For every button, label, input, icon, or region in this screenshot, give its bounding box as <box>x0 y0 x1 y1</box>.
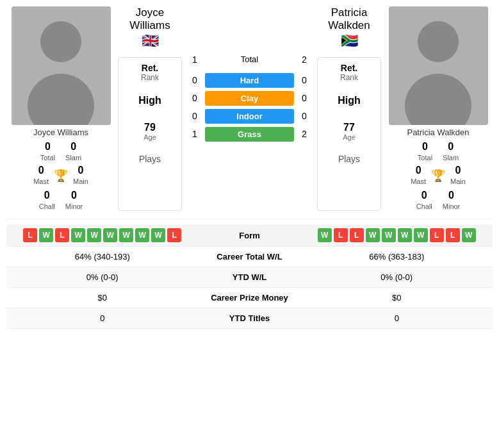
left-flag: 🇬🇧 <box>118 33 182 49</box>
left-player-photo <box>12 6 111 125</box>
left-chall-stat: 0 Chall <box>39 190 55 211</box>
right-stats-box: Ret. Rank High 77 Age Plays <box>317 57 381 211</box>
right-player-card: Patricia Walkden 0 Total 0 Slam 0 Mast 🏆 <box>384 6 493 211</box>
left-form-badges: LWLWWWWWWL <box>13 228 192 242</box>
form-badge: W <box>462 228 476 242</box>
right-stats-row1: 0 Total 0 Slam <box>418 141 459 162</box>
svg-point-1 <box>40 21 81 62</box>
form-section: LWLWWWWWWL Form WLLWWWWLLW 64% (340-193)… <box>6 219 493 329</box>
left-ret-label: Ret. <box>142 63 158 73</box>
stat-left-value: $0 <box>13 293 192 303</box>
right-flag: 🇿🇦 <box>317 33 381 49</box>
form-badge: W <box>414 228 428 242</box>
form-badge: W <box>103 228 117 242</box>
right-slam-stat: 0 Slam <box>443 141 459 162</box>
clay-badge: Clay <box>205 91 294 106</box>
middle-panel: Joyce Williams 🇬🇧 Patricia Walkden 🇿🇦 Re… <box>115 6 384 211</box>
form-badge: W <box>71 228 85 242</box>
grass-badge: Grass <box>205 127 294 142</box>
right-ret-label: Ret. <box>341 63 357 73</box>
form-badge: W <box>151 228 165 242</box>
form-badge: W <box>398 228 412 242</box>
left-rank-sub: Rank <box>141 73 159 82</box>
surface-row-indoor: 0 Indoor 0 <box>187 109 312 124</box>
right-total-stat: 0 Total <box>418 141 432 162</box>
stats-rows: 64% (340-193)Career Total W/L66% (363-18… <box>6 247 493 329</box>
right-trophy-icon: 🏆 <box>431 169 445 183</box>
left-high-label: High <box>138 95 161 106</box>
surface-row-grass: 1 Grass 2 <box>187 127 312 142</box>
form-badge: W <box>366 228 380 242</box>
surface-row-clay: 0 Clay 0 <box>187 91 312 106</box>
stats-row: 0YTD Titles0 <box>6 308 493 329</box>
left-main-stat: 0 Main <box>73 165 88 186</box>
form-badge: L <box>55 228 69 242</box>
form-label: Form <box>192 231 307 240</box>
left-age-value: 79 <box>144 122 156 133</box>
right-plays-label: Plays <box>338 154 360 164</box>
stats-row: 0% (0-0)YTD W/L0% (0-0) <box>6 267 493 288</box>
surface-table: 1 Total 2 0 Hard 0 0 Clay 0 <box>184 52 315 211</box>
main-container: Joyce Williams 0 Total 0 Slam 0 Mast 🏆 <box>0 0 499 335</box>
left-mast-stat: 0 Mast <box>33 165 49 186</box>
center-content: Ret. Rank High 79 Age Plays 1 Total 2 <box>115 52 384 211</box>
right-player-photo <box>389 6 488 125</box>
stat-center-label: Career Total W/L <box>192 252 307 261</box>
right-player-name: Patricia Walkden <box>407 128 469 137</box>
form-badge: W <box>382 228 396 242</box>
svg-point-4 <box>418 21 459 62</box>
form-badge: L <box>167 228 181 242</box>
stat-center-label: YTD Titles <box>192 313 307 323</box>
right-main-stat: 0 Main <box>450 165 466 186</box>
stat-left-value: 0 <box>13 313 192 323</box>
surface-row-hard: 0 Hard 0 <box>187 73 312 88</box>
right-age-label: Age <box>343 133 356 141</box>
left-stats-row1: 0 Total 0 Slam <box>40 141 81 162</box>
form-badge: W <box>135 228 149 242</box>
left-stats-box: Ret. Rank High 79 Age Plays <box>118 57 182 211</box>
top-section: Joyce Williams 0 Total 0 Slam 0 Mast 🏆 <box>6 6 493 211</box>
hard-badge: Hard <box>205 73 294 88</box>
left-slam-stat: 0 Slam <box>65 141 81 162</box>
form-badge: L <box>446 228 460 242</box>
left-trophy-icon: 🏆 <box>54 169 68 183</box>
left-player-card: Joyce Williams 0 Total 0 Slam 0 Mast 🏆 <box>6 6 115 211</box>
form-badge: W <box>119 228 133 242</box>
left-name-text: Joyce Williams <box>118 6 182 33</box>
stat-right-value: 0% (0-0) <box>307 272 487 282</box>
stat-center-label: Career Prize Money <box>192 293 307 303</box>
right-trophy-row: 0 Mast 🏆 0 Main <box>411 165 466 186</box>
form-badge: W <box>318 228 332 242</box>
left-stats-row2: 0 Chall 0 Minor <box>39 190 83 211</box>
right-rank-sub: Rank <box>340 73 358 82</box>
total-row: 1 Total 2 <box>187 54 312 65</box>
left-plays-label: Plays <box>139 154 161 164</box>
right-high-label: High <box>338 95 361 106</box>
names-header: Joyce Williams 🇬🇧 Patricia Walkden 🇿🇦 <box>115 6 384 52</box>
left-minor-stat: 0 Minor <box>65 190 83 211</box>
left-age-label: Age <box>143 133 156 141</box>
form-badge: W <box>39 228 53 242</box>
form-badge: L <box>334 228 348 242</box>
right-age-value: 77 <box>343 122 355 133</box>
left-total-stat: 0 Total <box>40 141 55 162</box>
form-badge: L <box>430 228 444 242</box>
form-badge: L <box>23 228 37 242</box>
right-form-badges: WLLWWWWLLW <box>307 228 487 242</box>
right-name-center: Patricia Walkden 🇿🇦 <box>317 6 381 49</box>
indoor-badge: Indoor <box>205 109 294 124</box>
stats-row: 64% (340-193)Career Total W/L66% (363-18… <box>6 247 493 267</box>
form-badge: W <box>87 228 101 242</box>
stat-right-value: 66% (363-183) <box>307 252 487 261</box>
stat-center-label: YTD W/L <box>192 272 307 282</box>
left-player-name: Joyce Williams <box>33 128 88 137</box>
right-name-text: Patricia Walkden <box>317 6 381 33</box>
right-chall-stat: 0 Chall <box>416 190 432 211</box>
right-mast-stat: 0 Mast <box>411 165 426 186</box>
stat-right-value: $0 <box>307 293 487 303</box>
form-badge: L <box>350 228 364 242</box>
stat-right-value: 0 <box>307 313 487 323</box>
form-row: LWLWWWWWWL Form WLLWWWWLLW <box>6 224 493 247</box>
right-minor-stat: 0 Minor <box>443 190 461 211</box>
stats-row: $0Career Prize Money$0 <box>6 288 493 308</box>
